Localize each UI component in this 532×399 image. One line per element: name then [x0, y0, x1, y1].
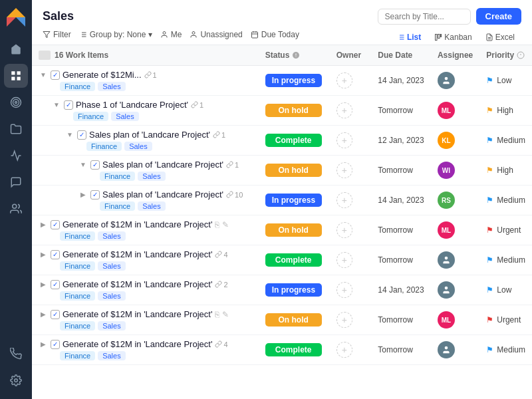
tag-finance: Finance [60, 291, 95, 301]
expand-button[interactable]: ▼ [65, 130, 74, 140]
priority-flag-icon: ⚑ [486, 196, 493, 205]
task-name-cell: ▼ ✓ Sales plan of 'Landcare Project' 1 F… [32, 156, 259, 186]
expand-button[interactable]: ▼ [78, 160, 88, 170]
task-name: Generate of $12M in 'Landcare Project' [63, 249, 212, 259]
task-priority-cell: ⚑ Medium [479, 245, 532, 275]
svg-rect-30 [441, 35, 442, 37]
expand-button[interactable]: ▼ [52, 100, 61, 110]
status-badge[interactable]: On hold [265, 223, 322, 237]
group-by-button[interactable]: Group by: None ▾ [79, 30, 152, 39]
expand-button[interactable]: ▶ [39, 220, 48, 229]
expand-button[interactable]: ▼ [39, 70, 48, 80]
task-checkbox[interactable]: ✓ [51, 280, 60, 289]
expand-button[interactable]: ▶ [39, 310, 48, 319]
expand-button[interactable]: ▶ [78, 190, 88, 200]
copy-icon[interactable]: ⎘ [215, 310, 219, 319]
create-button[interactable]: Create [476, 8, 521, 25]
task-name: Sales plan of 'Landcare Project' [102, 160, 223, 170]
status-badge[interactable]: Complete [265, 343, 322, 356]
tab-kanban[interactable]: Kanban [428, 30, 478, 45]
priority-label: High [497, 106, 513, 115]
task-checkbox[interactable]: ✓ [90, 160, 100, 170]
owner-add-button[interactable]: + [336, 252, 352, 268]
owner-add-button[interactable]: + [336, 72, 352, 88]
owner-add-button[interactable]: + [336, 342, 352, 358]
tag-finance: Finance [86, 142, 122, 151]
task-checkbox[interactable]: ✓ [51, 220, 60, 229]
table-header: 16 Work Items Status Owner Due Date Assi… [32, 45, 532, 66]
task-tags: FinanceSales [60, 82, 252, 91]
task-priority-cell: ⚑ Medium [479, 126, 532, 156]
status-badge[interactable]: Complete [265, 253, 322, 267]
sidebar-item-analytics[interactable] [4, 144, 28, 168]
priority-label: Low [497, 76, 511, 85]
owner-add-button[interactable]: + [336, 132, 352, 148]
owner-add-button[interactable]: + [336, 102, 352, 118]
table-row: ▶ ✓ Generate of $12M in 'Landcare Projec… [32, 275, 532, 305]
edit-icon[interactable]: ✎ [222, 310, 229, 319]
task-count: 1 [226, 161, 239, 169]
owner-add-button[interactable]: + [336, 282, 352, 298]
task-checkbox[interactable]: ✓ [51, 70, 60, 80]
owner-add-button[interactable]: + [336, 192, 352, 208]
status-badge[interactable]: On hold [265, 104, 322, 117]
assignee-avatar [438, 281, 455, 299]
priority-label: Medium [497, 136, 525, 145]
owner-add-button[interactable]: + [336, 162, 352, 178]
edit-icon[interactable]: ✎ [222, 220, 229, 229]
task-name-cell: ▶ ✓ Generate of $12M in 'Landcare Projec… [32, 305, 259, 335]
status-badge[interactable]: On hold [265, 313, 322, 327]
assignee-avatar: ML [438, 221, 455, 239]
col-header-priority: Priority [479, 45, 532, 66]
status-badge[interactable]: In progress [265, 194, 322, 207]
sidebar-item-team[interactable] [4, 197, 28, 221]
task-checkbox[interactable]: ✓ [77, 130, 86, 140]
status-badge[interactable]: On hold [265, 164, 322, 177]
status-badge[interactable]: In progress [265, 74, 322, 87]
task-due-cell: 14 Jan, 2023 [371, 275, 431, 305]
task-count: 4 [215, 251, 227, 259]
due-today-filter[interactable]: Due Today [251, 30, 299, 39]
expand-button[interactable]: ▶ [39, 340, 48, 349]
task-tags: FinanceSales [60, 291, 252, 301]
svg-point-17 [192, 32, 195, 35]
priority-flag-icon: ⚑ [486, 106, 493, 115]
svg-rect-18 [251, 32, 257, 38]
owner-add-button[interactable]: + [336, 312, 352, 328]
task-checkbox[interactable]: ✓ [51, 310, 60, 319]
sidebar-item-home[interactable] [4, 37, 28, 61]
status-badge[interactable]: In progress [265, 283, 322, 297]
sidebar-item-messages[interactable] [4, 170, 28, 194]
task-assignee-cell [431, 335, 479, 365]
sidebar-item-grid[interactable] [4, 64, 28, 88]
copy-icon[interactable]: ⎘ [215, 220, 219, 229]
task-name-cell: ▶ ✓ Sales plan of 'Landcare Project' 10 … [32, 186, 259, 215]
task-checkbox[interactable]: ✓ [51, 250, 60, 259]
unassigned-filter[interactable]: Unassigned [190, 30, 242, 39]
task-checkbox[interactable]: ✓ [90, 190, 100, 200]
sidebar-item-goals[interactable] [4, 90, 28, 114]
task-name: Phase 1 of 'Landcare Project' [76, 100, 188, 110]
svg-point-5 [13, 100, 19, 106]
me-filter[interactable]: Me [160, 30, 182, 39]
priority-flag-icon: ⚑ [486, 166, 493, 175]
search-input[interactable] [378, 9, 471, 25]
task-assignee-cell [431, 275, 479, 305]
sidebar-item-files[interactable] [4, 117, 28, 141]
status-badge[interactable]: Complete [265, 134, 322, 147]
task-checkbox[interactable]: ✓ [51, 340, 60, 349]
filter-button[interactable]: Filter [43, 30, 71, 39]
task-count: 1 [213, 131, 225, 139]
sidebar-item-calls[interactable] [4, 342, 28, 366]
owner-add-button[interactable]: + [336, 222, 352, 238]
task-name-cell: ▶ ✓ Generate of $12M in 'Landcare Projec… [32, 335, 259, 365]
priority-label: Medium [497, 255, 525, 265]
task-assignee-cell [431, 245, 479, 275]
task-checkbox[interactable]: ✓ [64, 100, 73, 110]
tab-excel[interactable]: Excel [479, 30, 521, 45]
tab-list[interactable]: List [390, 30, 428, 45]
sidebar-item-settings[interactable] [4, 368, 28, 392]
expand-button[interactable]: ▶ [39, 250, 48, 259]
tag-finance: Finance [60, 231, 95, 241]
expand-button[interactable]: ▶ [39, 280, 48, 289]
